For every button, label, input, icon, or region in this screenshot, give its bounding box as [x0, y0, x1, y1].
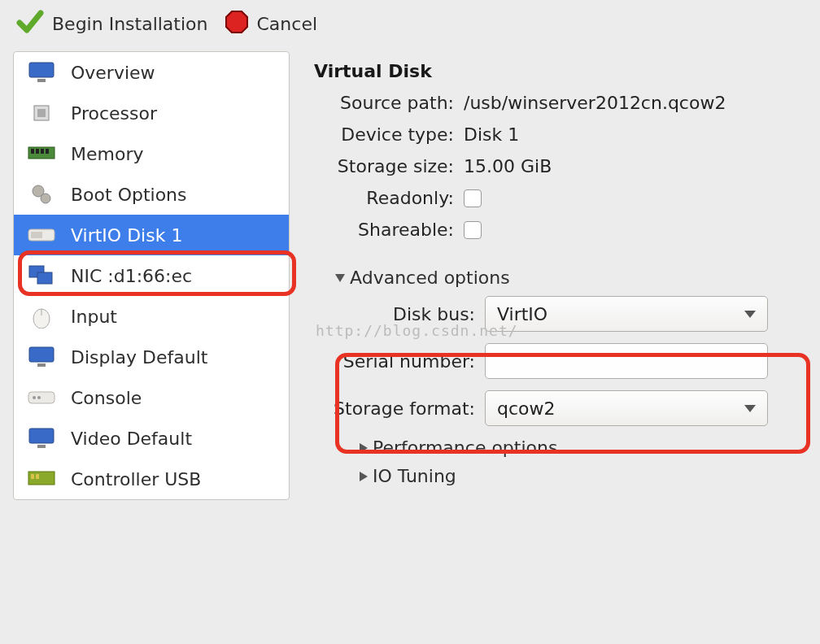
gears-icon: [27, 182, 56, 207]
svg-point-21: [33, 396, 36, 399]
nic-icon: [27, 263, 56, 288]
console-icon: [27, 385, 56, 410]
sidebar-item-label: NIC :d1:66:ec: [71, 266, 192, 286]
sidebar-item-input[interactable]: Input: [14, 296, 289, 337]
readonly-label: Readonly:: [314, 188, 464, 208]
svg-rect-24: [37, 445, 46, 448]
disk-bus-select[interactable]: VirtIO: [485, 296, 768, 332]
svg-rect-4: [37, 109, 46, 117]
source-path-label: Source path:: [314, 93, 464, 113]
svg-point-22: [37, 396, 41, 399]
detail-title: Virtual Disk: [314, 61, 807, 81]
storage-size-label: Storage size:: [314, 156, 464, 176]
begin-installation-label: Begin Installation: [52, 14, 208, 34]
chevron-down-icon: [335, 274, 345, 282]
storage-format-label: Storage format:: [314, 398, 485, 419]
sidebar-item-label: Overview: [71, 63, 155, 83]
io-tuning-expander[interactable]: IO Tuning: [360, 466, 807, 486]
sidebar-item-virtio-disk-1[interactable]: VirtIO Disk 1: [14, 215, 289, 255]
disk-icon: [27, 223, 56, 247]
sidebar-item-console[interactable]: Console: [14, 377, 289, 418]
mouse-icon: [27, 304, 56, 329]
monitor-icon: [27, 426, 56, 450]
monitor-icon: [27, 60, 56, 85]
watermark-text: http://blog.csdn.net/: [316, 322, 518, 339]
svg-point-11: [41, 194, 50, 203]
device-type-value: Disk 1: [464, 124, 519, 145]
svg-rect-19: [37, 363, 46, 367]
stop-icon: [225, 10, 249, 38]
storage-size-value: 15.00 GiB: [464, 156, 552, 176]
monitor-icon: [27, 345, 56, 369]
sidebar-item-label: Video Default: [71, 429, 192, 449]
advanced-options-label: Advanced options: [350, 268, 510, 288]
sidebar-item-processor[interactable]: Processor: [14, 93, 289, 133]
chevron-right-icon: [360, 472, 368, 481]
disk-bus-label: Disk bus:: [314, 304, 485, 324]
svg-rect-23: [29, 429, 54, 443]
storage-format-select[interactable]: qcow2: [485, 390, 768, 426]
svg-rect-15: [37, 272, 52, 284]
source-path-value: /usb/winserver2012cn.qcow2: [464, 93, 726, 113]
svg-rect-2: [37, 79, 46, 82]
svg-rect-7: [36, 149, 39, 154]
main-area: Overview Processor Memory Boot Options V: [0, 51, 820, 500]
svg-rect-9: [46, 149, 49, 154]
sidebar-item-label: VirtIO Disk 1: [71, 225, 182, 246]
advanced-options-expander[interactable]: Advanced options: [335, 268, 807, 288]
svg-rect-13: [31, 232, 42, 238]
svg-rect-20: [28, 392, 55, 403]
svg-rect-8: [41, 149, 44, 154]
sidebar-item-label: Display Default: [71, 347, 207, 368]
toolbar: Begin Installation Cancel: [0, 0, 820, 51]
pci-icon: [27, 467, 56, 491]
cpu-icon: [27, 101, 56, 125]
sidebar-item-controller-usb[interactable]: Controller USB: [14, 459, 289, 499]
storage-format-value: qcow2: [497, 398, 556, 419]
begin-installation-button[interactable]: Begin Installation: [11, 5, 213, 43]
readonly-checkbox[interactable]: [464, 189, 482, 207]
sidebar-item-video-default[interactable]: Video Default: [14, 418, 289, 459]
ram-icon: [27, 141, 56, 166]
shareable-label: Shareable:: [314, 220, 464, 240]
serial-number-input[interactable]: [485, 343, 768, 379]
svg-rect-6: [31, 149, 34, 154]
sidebar-item-display-default[interactable]: Display Default: [14, 337, 289, 377]
sidebar-item-nic[interactable]: NIC :d1:66:ec: [14, 255, 289, 296]
serial-number-label: Serial number:: [314, 351, 485, 372]
sidebar-item-memory[interactable]: Memory: [14, 133, 289, 174]
svg-rect-26: [31, 474, 34, 479]
sidebar-item-label: Boot Options: [71, 185, 187, 205]
sidebar: Overview Processor Memory Boot Options V: [13, 51, 290, 500]
chevron-right-icon: [360, 443, 368, 453]
svg-rect-27: [36, 474, 39, 479]
performance-options-expander[interactable]: Performance options: [360, 437, 807, 458]
svg-rect-1: [29, 63, 54, 77]
cancel-button[interactable]: Cancel: [220, 7, 323, 41]
sidebar-item-label: Memory: [71, 144, 143, 164]
detail-pane: Virtual Disk Source path: /usb/winserver…: [314, 51, 807, 500]
performance-options-label: Performance options: [373, 437, 557, 458]
sidebar-item-label: Input: [71, 307, 117, 327]
checkmark-icon: [16, 8, 44, 40]
disk-bus-value: VirtIO: [497, 304, 547, 324]
cancel-label: Cancel: [257, 14, 318, 34]
svg-marker-0: [226, 11, 247, 33]
shareable-checkbox[interactable]: [464, 221, 482, 239]
sidebar-item-boot-options[interactable]: Boot Options: [14, 174, 289, 215]
sidebar-item-label: Processor: [71, 103, 157, 124]
device-type-label: Device type:: [314, 124, 464, 145]
chevron-down-icon: [744, 405, 756, 412]
svg-rect-18: [29, 347, 54, 362]
io-tuning-label: IO Tuning: [373, 466, 456, 486]
chevron-down-icon: [744, 311, 756, 318]
sidebar-item-label: Console: [71, 388, 142, 408]
sidebar-item-label: Controller USB: [71, 469, 201, 490]
sidebar-item-overview[interactable]: Overview: [14, 52, 289, 93]
